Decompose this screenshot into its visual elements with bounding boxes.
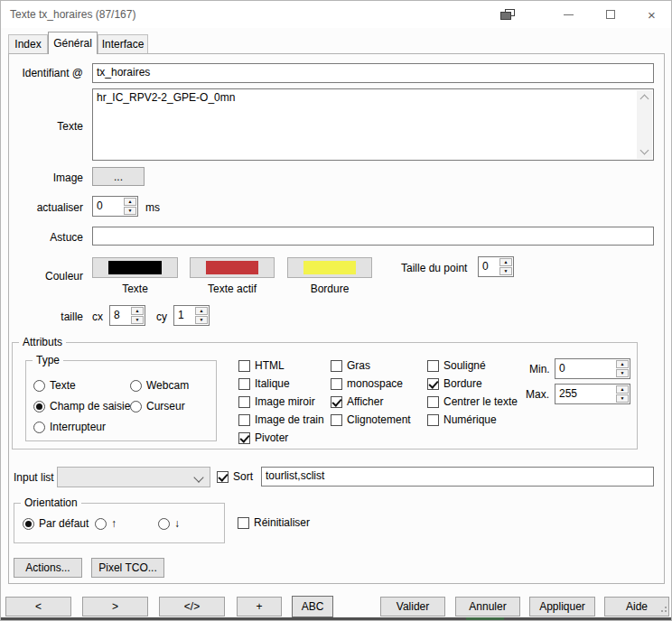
actualiser-spinner[interactable]: 0 ▲▼ bbox=[92, 196, 138, 217]
astuce-input[interactable] bbox=[92, 227, 654, 246]
tab-general[interactable]: Général bbox=[48, 32, 98, 54]
radio-icon bbox=[33, 422, 45, 433]
identifiant-value: tx_horaires bbox=[97, 66, 150, 79]
nav-next-button[interactable]: > bbox=[82, 597, 148, 616]
checkbox-icon bbox=[217, 471, 229, 483]
spin-down-icon[interactable]: ▼ bbox=[131, 316, 144, 324]
checkbox-souligne[interactable]: Souligné bbox=[427, 359, 486, 372]
input-list-input[interactable]: tourlist,sclist bbox=[261, 467, 654, 487]
nav-prev-button[interactable]: < bbox=[5, 597, 71, 616]
radio-icon bbox=[33, 380, 45, 392]
actions-button[interactable]: Actions... bbox=[14, 558, 82, 578]
code-button[interactable]: </> bbox=[159, 597, 225, 616]
pixel-tco-button[interactable]: Pixel TCO... bbox=[91, 558, 164, 578]
taille-label: taille bbox=[10, 310, 83, 323]
checkbox-centrer-le-texte[interactable]: Centrer le texte bbox=[427, 395, 518, 408]
radio-type-interrupteur[interactable]: Interrupteur bbox=[33, 421, 106, 433]
checkbox-afficher[interactable]: Afficher bbox=[331, 395, 383, 408]
maximize-button[interactable] bbox=[590, 1, 630, 28]
checkbox-html[interactable]: HTML bbox=[238, 359, 285, 372]
checkbox-pivoter-label: Pivoter bbox=[255, 431, 288, 444]
radio-type-texte-label: Texte bbox=[50, 379, 76, 392]
cascade-windows-icon[interactable] bbox=[500, 9, 517, 21]
pixel-tco-button-label: Pixel TCO... bbox=[98, 561, 156, 574]
texte-actif-color-button[interactable] bbox=[190, 257, 275, 278]
texte-actif-color-fill bbox=[206, 261, 259, 274]
spin-down-icon[interactable]: ▼ bbox=[616, 369, 629, 377]
input-list-value: tourlist,sclist bbox=[266, 469, 324, 482]
nav-next-label: > bbox=[112, 600, 118, 613]
minimize-button[interactable] bbox=[548, 1, 589, 28]
cy-spinner[interactable]: 1 ▲▼ bbox=[173, 305, 210, 326]
checkbox-clignotement-label: Clignotement bbox=[347, 413, 411, 426]
identifiant-label: Identifiant @ bbox=[10, 67, 83, 79]
checkbox-reinitialiser[interactable]: Réinitialiser bbox=[238, 516, 310, 529]
radio-orientation-par-defaut[interactable]: Par défaut bbox=[23, 517, 89, 530]
scroll-down-icon[interactable] bbox=[640, 146, 649, 155]
taille-du-point-spinner[interactable]: 0 ▲▼ bbox=[478, 256, 514, 277]
checkbox-afficher-label: Afficher bbox=[347, 395, 383, 408]
texte-color-button[interactable] bbox=[92, 257, 178, 278]
checkbox-bordure[interactable]: Bordure bbox=[427, 377, 482, 390]
spin-up-icon[interactable]: ▲ bbox=[195, 307, 208, 315]
checkbox-clignotement[interactable]: Clignotement bbox=[331, 413, 411, 426]
identifiant-input[interactable]: tx_horaires bbox=[92, 63, 654, 83]
radio-type-webcam[interactable]: Webcam bbox=[130, 379, 189, 392]
bordure-color-button[interactable] bbox=[287, 257, 372, 278]
radio-type-curseur[interactable]: Curseur bbox=[130, 400, 185, 412]
checkbox-icon bbox=[331, 360, 342, 372]
max-spinner[interactable]: 255 ▲▼ bbox=[555, 384, 630, 404]
spin-down-icon[interactable]: ▼ bbox=[616, 394, 629, 403]
texte-textarea[interactable]: hr_IC_RPV2-2_GPE-O_0mn bbox=[92, 88, 654, 161]
radio-orientation-down[interactable]: ↓ bbox=[158, 517, 180, 530]
radio-par-defaut-label: Par défaut bbox=[39, 517, 89, 530]
checkbox-pivoter[interactable]: Pivoter bbox=[238, 431, 288, 444]
spin-up-icon[interactable]: ▲ bbox=[131, 307, 144, 315]
spin-up-icon[interactable]: ▲ bbox=[124, 198, 136, 206]
abc-button[interactable]: ABC bbox=[292, 596, 333, 617]
spin-down-icon[interactable]: ▼ bbox=[124, 207, 136, 215]
checkbox-image-miroir[interactable]: Image miroir bbox=[238, 395, 315, 408]
checkbox-icon bbox=[427, 378, 439, 390]
input-list-dropdown[interactable] bbox=[57, 467, 210, 487]
texte-scrollbar[interactable] bbox=[637, 90, 652, 159]
radio-type-interrupteur-label: Interrupteur bbox=[50, 421, 106, 433]
radio-orientation-up[interactable]: ↑ bbox=[95, 517, 117, 530]
image-browse-button[interactable]: ... bbox=[92, 167, 145, 186]
spin-up-icon[interactable]: ▲ bbox=[616, 385, 629, 394]
appliquer-button[interactable]: Appliquer bbox=[529, 597, 595, 616]
radio-type-texte[interactable]: Texte bbox=[33, 379, 76, 392]
bordure-color-fill bbox=[303, 261, 357, 274]
tab-interface[interactable]: Interface bbox=[98, 34, 148, 53]
spin-up-icon[interactable]: ▲ bbox=[499, 258, 512, 266]
tab-index[interactable]: Index bbox=[8, 34, 48, 53]
close-button[interactable]: × bbox=[631, 1, 672, 28]
annuler-button[interactable]: Annuler bbox=[455, 597, 520, 616]
checkbox-numerique-label: Numérique bbox=[443, 413, 497, 426]
cx-spinner[interactable]: 8 ▲▼ bbox=[109, 305, 145, 326]
valider-button[interactable]: Valider bbox=[380, 597, 445, 616]
checkbox-gras[interactable]: Gras bbox=[331, 359, 370, 372]
input-list-label: Input list bbox=[14, 471, 54, 484]
min-spinner[interactable]: 0 ▲▼ bbox=[555, 358, 630, 379]
aide-button[interactable]: Aide bbox=[604, 597, 669, 616]
checkbox-monospace[interactable]: monospace bbox=[331, 377, 403, 390]
spin-down-icon[interactable]: ▼ bbox=[195, 316, 208, 324]
radio-type-champ-de-saisie[interactable]: Champ de saisie bbox=[33, 400, 130, 412]
scroll-up-icon[interactable] bbox=[640, 95, 649, 104]
spin-down-icon[interactable]: ▼ bbox=[499, 267, 512, 275]
resize-grip[interactable] bbox=[665, 610, 667, 612]
checkbox-icon bbox=[331, 414, 342, 426]
checkbox-sort[interactable]: Sort bbox=[217, 470, 253, 483]
window-title: Texte tx_horaires (87/167) bbox=[10, 8, 135, 21]
checkbox-italique[interactable]: Italique bbox=[238, 377, 290, 390]
dialog-window: Texte tx_horaires (87/167) × Index Génér… bbox=[0, 0, 672, 621]
add-button[interactable]: + bbox=[237, 597, 282, 616]
checkbox-image-de-train[interactable]: Image de train bbox=[238, 413, 324, 426]
checkbox-centrer-le-texte-label: Centrer le texte bbox=[443, 395, 518, 408]
spin-up-icon[interactable]: ▲ bbox=[616, 360, 629, 368]
radio-icon bbox=[33, 401, 45, 412]
code-button-label: </> bbox=[184, 600, 200, 613]
checkbox-numerique[interactable]: Numérique bbox=[427, 413, 497, 426]
radio-icon bbox=[130, 401, 142, 412]
